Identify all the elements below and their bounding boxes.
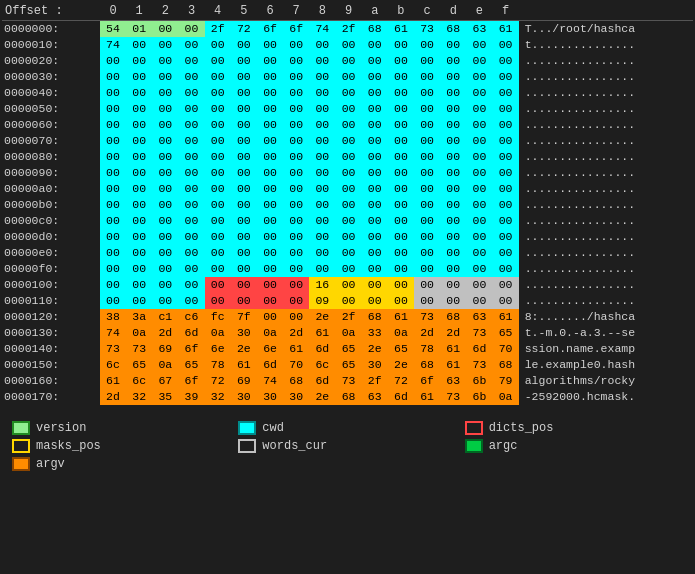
byte-cell: 00: [414, 293, 440, 309]
byte-cell: 00: [466, 69, 492, 85]
byte-cell: 00: [309, 149, 335, 165]
byte-cell: 00: [283, 53, 309, 69]
byte-cell: 00: [178, 149, 204, 165]
offset-cell: 0000120:: [2, 309, 100, 325]
byte-cell: 00: [493, 117, 519, 133]
byte-cell: 69: [152, 341, 178, 357]
byte-cell: 3a: [126, 309, 152, 325]
byte-cell: 00: [152, 165, 178, 181]
byte-cell: 00: [362, 117, 388, 133]
byte-cell: 70: [493, 341, 519, 357]
byte-cell: 6f: [414, 373, 440, 389]
byte-cell: 00: [152, 213, 178, 229]
byte-cell: 00: [152, 101, 178, 117]
byte-cell: 61: [100, 373, 126, 389]
byte-cell: 69: [231, 373, 257, 389]
ascii-cell: algorithms/rocky: [519, 373, 693, 389]
byte-cell: 00: [257, 197, 283, 213]
ascii-cell: ................: [519, 277, 693, 293]
byte-cell: 00: [257, 213, 283, 229]
byte-cell: 00: [152, 197, 178, 213]
byte-cell: 6f: [283, 20, 309, 37]
legend-color-box: [12, 439, 30, 453]
offset-cell: 00000d0:: [2, 229, 100, 245]
table-row: 0000090:00000000000000000000000000000000…: [2, 165, 693, 181]
byte-cell: 2f: [362, 373, 388, 389]
byte-cell: 00: [231, 117, 257, 133]
col-0: 0: [100, 4, 126, 18]
byte-cell: 00: [335, 53, 361, 69]
byte-cell: 00: [440, 197, 466, 213]
byte-cell: 00: [178, 117, 204, 133]
byte-cell: 00: [126, 197, 152, 213]
byte-cell: 00: [178, 133, 204, 149]
byte-cell: 68: [283, 373, 309, 389]
byte-cell: 00: [414, 229, 440, 245]
legend-label: argc: [489, 439, 518, 453]
byte-cell: 00: [440, 133, 466, 149]
byte-cell: 00: [231, 69, 257, 85]
byte-cell: 70: [283, 357, 309, 373]
byte-cell: 00: [257, 69, 283, 85]
legend-color-box: [465, 439, 483, 453]
byte-cell: 2f: [335, 309, 361, 325]
offset-cell: 0000010:: [2, 37, 100, 53]
byte-cell: 61: [388, 309, 414, 325]
byte-cell: 61: [309, 325, 335, 341]
byte-cell: 00: [335, 213, 361, 229]
byte-cell: 00: [335, 245, 361, 261]
offset-cell: 0000020:: [2, 53, 100, 69]
byte-cell: 00: [493, 277, 519, 293]
legend-item-argc: argc: [465, 439, 683, 453]
offset-cell: 0000040:: [2, 85, 100, 101]
byte-cell: 00: [335, 133, 361, 149]
byte-cell: 2d: [283, 325, 309, 341]
byte-cell: 2f: [205, 20, 231, 37]
byte-cell: 65: [335, 341, 361, 357]
ascii-header: [519, 4, 693, 18]
byte-cell: 00: [440, 53, 466, 69]
legend-color-box: [465, 421, 483, 435]
byte-cell: 00: [231, 101, 257, 117]
byte-cell: 6b: [466, 389, 492, 405]
col-d: d: [440, 4, 466, 18]
byte-cell: 00: [362, 229, 388, 245]
byte-cell: 00: [178, 165, 204, 181]
byte-cell: 00: [493, 165, 519, 181]
byte-cell: 00: [205, 261, 231, 277]
table-row: 00000e0:00000000000000000000000000000000…: [2, 245, 693, 261]
table-row: 00000a0:00000000000000000000000000000000…: [2, 181, 693, 197]
byte-cell: 00: [309, 85, 335, 101]
byte-cell: 00: [126, 85, 152, 101]
byte-cell: 00: [205, 37, 231, 53]
byte-cell: 00: [335, 277, 361, 293]
byte-cell: 73: [126, 341, 152, 357]
byte-cell: 00: [126, 165, 152, 181]
byte-cell: 00: [414, 133, 440, 149]
byte-cell: 00: [257, 165, 283, 181]
byte-cell: 63: [466, 309, 492, 325]
byte-cell: 00: [309, 213, 335, 229]
byte-cell: 00: [414, 69, 440, 85]
byte-cell: 00: [388, 85, 414, 101]
offset-header: Offset :: [2, 4, 100, 18]
byte-cell: 00: [388, 101, 414, 117]
byte-cell: 00: [126, 245, 152, 261]
col-4: 4: [205, 4, 231, 18]
byte-cell: 00: [178, 101, 204, 117]
byte-cell: 32: [126, 389, 152, 405]
byte-cell: 00: [178, 229, 204, 245]
byte-cell: 00: [388, 117, 414, 133]
byte-cell: 32: [205, 389, 231, 405]
byte-cell: 00: [309, 69, 335, 85]
byte-cell: 00: [257, 181, 283, 197]
byte-cell: 00: [205, 117, 231, 133]
byte-cell: 00: [100, 117, 126, 133]
byte-cell: 00: [466, 293, 492, 309]
byte-cell: 00: [283, 117, 309, 133]
offset-cell: 00000a0:: [2, 181, 100, 197]
byte-cell: 00: [231, 133, 257, 149]
offset-cell: 0000130:: [2, 325, 100, 341]
byte-cell: 6b: [466, 373, 492, 389]
byte-cell: 00: [466, 101, 492, 117]
